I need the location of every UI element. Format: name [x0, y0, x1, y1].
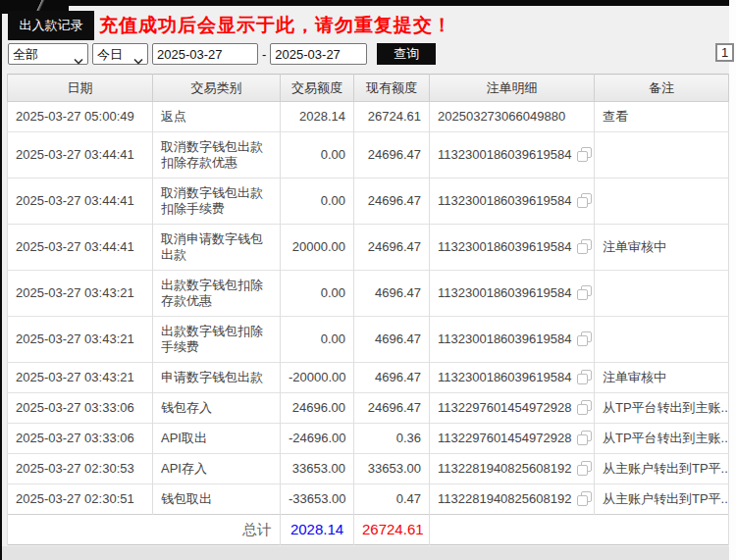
- total-label: 总计: [8, 515, 281, 545]
- copy-icon[interactable]: [577, 331, 592, 346]
- cell-amount: -33653.00: [281, 484, 354, 515]
- cell-balance: 4696.47: [354, 363, 430, 393]
- cell-amount: 0.00: [281, 271, 354, 317]
- order-number: 1132300186039619584: [438, 370, 571, 384]
- cell-balance: 0.47: [354, 484, 430, 515]
- table-row: 2025-03-27 02:30:51 钱包取出 -33653.00 0.47 …: [8, 484, 729, 515]
- table-row: 2025-03-27 03:33:06 API取出 -24696.00 0.36…: [8, 424, 729, 454]
- order-number: 1132300186039619584: [438, 239, 571, 254]
- total-empty-cell: [430, 515, 729, 545]
- cell-order-detail: 1132300186039619584: [430, 132, 595, 178]
- cell-order-detail: 1132300186039619584: [430, 317, 595, 363]
- remark-text: 注单审核中: [603, 370, 666, 384]
- date-range-separator: -: [262, 47, 266, 62]
- tab-deposit-withdraw-records[interactable]: 出入款记录: [8, 11, 94, 40]
- cell-amount: -24696.00: [281, 424, 354, 454]
- copy-icon[interactable]: [577, 147, 592, 162]
- cell-balance: 4696.47: [354, 317, 430, 363]
- cell-balance: 24696.47: [354, 132, 430, 178]
- window-top-edge: [0, 0, 730, 6]
- order-number: 1132300186039619584: [438, 285, 571, 300]
- cell-type: 出款数字钱包扣除手续费: [153, 317, 281, 363]
- copy-icon[interactable]: [577, 239, 592, 254]
- cell-balance: 4696.47: [354, 271, 430, 317]
- table-body: 2025-03-27 05:00:49 返点 2028.14 26724.61 …: [8, 102, 729, 515]
- records-page: 出入款记录 充值成功后会显示于此，请勿重复提交！ 全部 今日 - 查询: [0, 0, 736, 560]
- copy-icon[interactable]: [577, 491, 592, 506]
- cell-type: API存入: [153, 454, 281, 484]
- cell-remark: [595, 132, 729, 178]
- table-row: 2025-03-27 03:43:21 申请数字钱包出款 -20000.00 4…: [8, 363, 729, 393]
- date-to-input[interactable]: [270, 43, 367, 65]
- cell-order-detail: 202503273066049880: [430, 102, 595, 132]
- copy-icon[interactable]: [577, 461, 592, 476]
- remark-text[interactable]: 查看: [603, 109, 628, 124]
- cell-remark: 查看: [595, 102, 729, 132]
- order-number: 1132281940825608192: [438, 491, 571, 506]
- page-number-input[interactable]: [715, 43, 734, 62]
- cell-amount: 20000.00: [281, 225, 354, 271]
- records-table: 日期交易类别交易额度现有额度注单明细备注 2025-03-27 05:00:49…: [7, 74, 729, 545]
- cell-type: 钱包取出: [153, 484, 281, 515]
- window-left-edge: [0, 0, 2, 560]
- order-number: 202503273066049880: [438, 109, 565, 124]
- cell-balance: 0.36: [354, 424, 430, 454]
- column-header: 交易类别: [153, 75, 281, 102]
- date-range-filter-select[interactable]: 今日: [92, 43, 148, 65]
- type-filter-select[interactable]: 全部: [8, 43, 88, 65]
- cell-type: 返点: [153, 102, 281, 132]
- date-from-input[interactable]: [152, 43, 258, 65]
- page-bottom-strip: [0, 546, 736, 560]
- cell-date: 2025-03-27 03:33:06: [8, 424, 153, 454]
- remark-text: 从TP平台转出到主账...: [603, 431, 729, 445]
- cell-date: 2025-03-27 03:43:21: [8, 363, 153, 393]
- table-row: 2025-03-27 03:44:41 取消数字钱包出款扣除存款优惠 0.00 …: [8, 132, 729, 178]
- order-number: 1132300186039619584: [438, 331, 571, 346]
- cell-order-detail: 1132297601454972928: [430, 393, 595, 424]
- cell-amount: 2028.14: [281, 102, 354, 132]
- table-row: 2025-03-27 03:33:06 钱包存入 24696.00 24696.…: [8, 393, 729, 424]
- cell-date: 2025-03-27 05:00:49: [8, 102, 153, 132]
- search-button[interactable]: 查询: [377, 43, 436, 65]
- table-head-row: 日期交易类别交易额度现有额度注单明细备注: [8, 75, 729, 102]
- cell-order-detail: 1132281940825608192: [430, 454, 595, 484]
- cell-remark: 从TP平台转出到主账...: [595, 393, 729, 424]
- cell-order-detail: 1132300186039619584: [430, 225, 595, 271]
- cell-balance: 26724.61: [354, 102, 430, 132]
- cell-amount: 0.00: [281, 178, 354, 225]
- cell-remark: 注单审核中: [595, 225, 729, 271]
- cell-balance: 24696.47: [354, 178, 430, 225]
- filter-bar: 全部 今日 - 查询: [8, 43, 436, 65]
- copy-icon[interactable]: [577, 193, 592, 208]
- cell-order-detail: 1132300186039619584: [430, 363, 595, 393]
- cell-order-detail: 1132300186039619584: [430, 178, 595, 225]
- remark-text: 从主账户转出到TP平...: [603, 491, 729, 506]
- column-header: 注单明细: [430, 75, 595, 102]
- cell-type: API取出: [153, 424, 281, 454]
- cell-type: 取消数字钱包出款扣除存款优惠: [153, 132, 281, 178]
- cell-remark: 从主账户转出到TP平...: [595, 454, 729, 484]
- copy-icon[interactable]: [577, 370, 592, 384]
- order-number: 1132297601454972928: [438, 400, 571, 415]
- cell-order-detail: 1132281940825608192: [430, 484, 595, 515]
- cell-date: 2025-03-27 03:44:41: [8, 178, 153, 225]
- cell-amount: 24696.00: [281, 393, 354, 424]
- cell-remark: 注单审核中: [595, 363, 729, 393]
- notice-text: 充值成功后会显示于此，请勿重复提交！: [99, 13, 452, 38]
- cell-type: 取消申请数字钱包出款: [153, 225, 281, 271]
- copy-icon[interactable]: [577, 285, 592, 300]
- cell-balance: 24696.47: [354, 225, 430, 271]
- remark-text: 从TP平台转出到主账...: [603, 400, 729, 415]
- cell-remark: [595, 271, 729, 317]
- order-number: 1132300186039619584: [438, 193, 571, 208]
- copy-icon[interactable]: [577, 431, 592, 445]
- cell-balance: 24696.47: [354, 393, 430, 424]
- remark-text: 从主账户转出到TP平...: [603, 461, 729, 476]
- cell-date: 2025-03-27 03:33:06: [8, 393, 153, 424]
- cell-date: 2025-03-27 02:30:53: [8, 454, 153, 484]
- page-right-margin: [729, 0, 736, 560]
- cell-amount: 0.00: [281, 317, 354, 363]
- copy-icon[interactable]: [577, 400, 592, 415]
- cell-balance: 33653.00: [354, 454, 430, 484]
- table-row: 2025-03-27 05:00:49 返点 2028.14 26724.61 …: [8, 102, 729, 132]
